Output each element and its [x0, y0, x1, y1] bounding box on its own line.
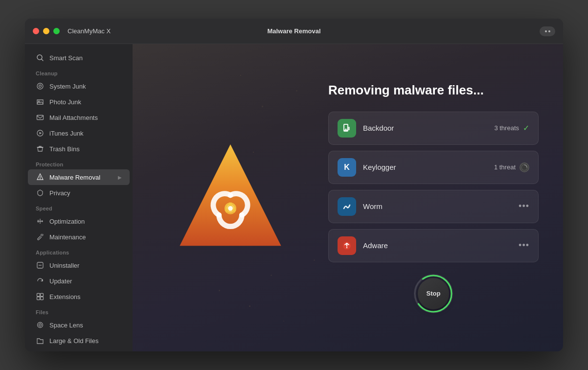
- worm-name: Worm: [363, 202, 512, 210]
- keylogger-spinner-icon: [520, 162, 529, 172]
- updater-label: Updater: [49, 278, 72, 285]
- maximize-button[interactable]: [53, 28, 60, 34]
- window-title: Malware Removal: [267, 27, 320, 35]
- extensions-icon: [36, 292, 45, 301]
- section-title: Removing malware files...: [328, 83, 539, 98]
- maintenance-icon: [36, 232, 45, 241]
- space-lens-label: Space Lens: [49, 322, 83, 329]
- sidebar-item-system-junk[interactable]: System Junk: [28, 78, 130, 94]
- threat-row-keylogger: K Keylogger 1 threat: [328, 151, 539, 184]
- right-panel: Removing malware files... Backd: [309, 68, 563, 328]
- keylogger-status: 1 threat: [494, 162, 529, 172]
- sidebar-item-malware-removal[interactable]: Malware Removal ▶: [28, 169, 130, 185]
- backdoor-name: Backdoor: [363, 124, 487, 132]
- app-window: CleanMyMac X Malware Removal Smart Scan: [25, 19, 563, 351]
- icon-area: [152, 139, 309, 256]
- maintenance-label: Maintenance: [49, 233, 86, 241]
- svg-rect-5: [37, 116, 44, 120]
- sidebar-item-optimization[interactable]: Optimization: [28, 213, 130, 229]
- privacy-icon: [36, 188, 45, 197]
- uninstaller-label: Uninstaller: [49, 262, 79, 269]
- svg-rect-15: [37, 294, 40, 297]
- sidebar-item-smart-scan[interactable]: Smart Scan: [28, 50, 130, 66]
- svg-point-19: [38, 323, 43, 328]
- system-junk-icon: [36, 82, 45, 91]
- sidebar-item-trash-bins[interactable]: Trash Bins: [28, 141, 130, 157]
- stop-button-container: Stop: [414, 274, 453, 313]
- malware-removal-label: Malware Removal: [49, 174, 100, 181]
- sidebar-item-photo-junk[interactable]: Photo Junk: [28, 94, 130, 110]
- mail-icon: [36, 113, 45, 122]
- keylogger-name: Keylogger: [363, 163, 487, 171]
- keylogger-icon: K: [338, 158, 356, 177]
- section-protection: Protection: [25, 157, 133, 169]
- sidebar-item-updater[interactable]: Updater: [28, 273, 130, 289]
- app-name: CleanMyMac X: [68, 27, 111, 35]
- optimization-label: Optimization: [49, 218, 85, 225]
- svg-point-2: [37, 83, 43, 89]
- svg-point-37: [346, 247, 347, 248]
- itunes-junk-label: iTunes Junk: [49, 130, 84, 137]
- svg-point-3: [39, 85, 42, 88]
- backdoor-icon: [338, 119, 356, 138]
- active-arrow: ▶: [118, 175, 122, 180]
- threat-row-worm: Worm •••: [328, 190, 539, 223]
- svg-rect-18: [41, 297, 44, 300]
- privacy-label: Privacy: [49, 189, 70, 197]
- close-button[interactable]: [33, 28, 39, 34]
- svg-rect-16: [41, 294, 44, 297]
- photo-junk-icon: [36, 97, 45, 106]
- large-old-files-label: Large & Old Files: [49, 337, 98, 345]
- large-old-files-icon: [36, 336, 45, 345]
- backdoor-check-icon: ✓: [523, 123, 529, 133]
- optimization-icon: [36, 217, 45, 226]
- stop-area: Stop: [328, 274, 539, 313]
- sidebar-item-extensions[interactable]: Extensions: [28, 289, 130, 304]
- adware-name: Adware: [363, 241, 512, 250]
- mail-attachments-label: Mail Attachments: [49, 114, 98, 121]
- more-options-button[interactable]: [540, 26, 555, 36]
- sidebar-item-itunes-junk[interactable]: iTunes Junk: [28, 125, 130, 141]
- traffic-lights: [33, 28, 60, 34]
- adware-icon: [338, 236, 356, 255]
- trash-bins-label: Trash Bins: [49, 145, 80, 153]
- biohazard-svg: [172, 139, 289, 256]
- section-applications: Applications: [25, 245, 133, 257]
- uninstaller-icon: [36, 261, 45, 270]
- sidebar-item-large-old-files[interactable]: Large & Old Files: [28, 333, 130, 348]
- sidebar-item-privacy[interactable]: Privacy: [28, 185, 130, 201]
- adware-dots-icon: •••: [519, 240, 529, 251]
- updater-icon: [36, 277, 45, 285]
- section-speed: Speed: [25, 201, 133, 213]
- svg-line-29: [232, 209, 235, 211]
- backdoor-status: 3 threats ✓: [494, 123, 529, 133]
- main-content: Smart Scan Cleanup System Junk: [25, 44, 563, 351]
- threat-row-backdoor: Backdoor 3 threats ✓: [328, 112, 539, 145]
- stop-progress-ring: [414, 274, 453, 313]
- worm-icon: [338, 197, 356, 216]
- sidebar-item-uninstaller[interactable]: Uninstaller: [28, 257, 130, 273]
- sidebar-item-space-lens[interactable]: Space Lens: [28, 317, 130, 333]
- malware-icon: [36, 173, 45, 182]
- smart-scan-icon: [36, 53, 45, 62]
- threat-list: Backdoor 3 threats ✓ K Keylogger 1 threa…: [328, 112, 539, 262]
- photo-junk-label: Photo Junk: [49, 98, 81, 106]
- svg-line-30: [226, 209, 228, 211]
- title-bar-right: [540, 26, 555, 36]
- svg-rect-34: [347, 127, 350, 130]
- itunes-icon: [36, 129, 45, 138]
- extensions-label: Extensions: [49, 293, 81, 301]
- worm-status: •••: [519, 201, 529, 211]
- minimize-button[interactable]: [43, 28, 49, 34]
- space-lens-icon: [36, 321, 45, 329]
- sidebar-item-maintenance[interactable]: Maintenance: [28, 229, 130, 245]
- sidebar-item-mail-attachments[interactable]: Mail Attachments: [28, 110, 130, 125]
- svg-line-1: [42, 59, 43, 61]
- content-area: Removing malware files... Backd: [133, 44, 563, 351]
- threat-row-adware: Adware •••: [328, 229, 539, 262]
- smart-scan-label: Smart Scan: [49, 54, 83, 62]
- title-bar: CleanMyMac X Malware Removal: [25, 19, 563, 44]
- sidebar-item-shredder[interactable]: Shredder: [28, 348, 130, 351]
- section-cleanup: Cleanup: [25, 66, 133, 78]
- svg-point-7: [40, 178, 41, 179]
